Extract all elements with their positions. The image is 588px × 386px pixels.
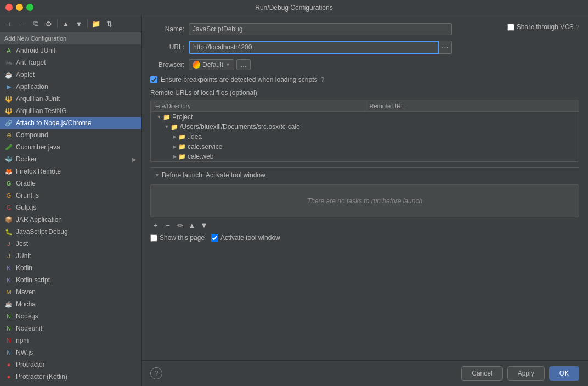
- url-input[interactable]: [189, 41, 439, 54]
- nodejs-icon: N: [4, 312, 13, 321]
- mocha-icon: ☕: [4, 300, 13, 309]
- sidebar-item-gulp-js[interactable]: G Gulp.js: [0, 202, 141, 214]
- content-form: Name: Share through VCS ? URL: ⋯ B: [142, 15, 588, 360]
- name-input[interactable]: [189, 23, 452, 35]
- sidebar-item-attach-nodejs[interactable]: 🔗 Attach to Node.js/Chrome: [0, 117, 141, 129]
- vcs-checkbox[interactable]: [507, 24, 514, 31]
- minimize-button[interactable]: [16, 4, 23, 11]
- kotlin-icon: K: [4, 264, 13, 272]
- cancel-button[interactable]: Cancel: [461, 366, 502, 381]
- content-panel: Name: Share through VCS ? URL: ⋯ B: [142, 15, 588, 386]
- gulp-icon: G: [4, 203, 13, 212]
- show-page-label: Show this page: [160, 234, 205, 242]
- sidebar-item-docker[interactable]: 🐳 Docker ▶: [0, 153, 141, 165]
- tree-row-path[interactable]: ▼ 📁 /Users/bluexiii/Documents/src.osx/tc…: [151, 122, 579, 132]
- sidebar-item-protractor-kotlin[interactable]: ● Protractor (Kotlin): [0, 371, 141, 383]
- file-col-header: File/Directory: [151, 100, 365, 111]
- sidebar-list: A Android JUnit 🐜 Ant Target ☕ Applet ▶ …: [0, 44, 141, 386]
- tree-row-cale-web[interactable]: ▶ 📁 cale.web: [151, 152, 579, 161]
- sidebar-item-android-junit[interactable]: A Android JUnit: [0, 44, 141, 57]
- vcs-help-icon: ?: [576, 24, 579, 30]
- sidebar-item-react-native[interactable]: ⚛ React Native: [0, 383, 141, 386]
- path-expand-arrow[interactable]: ▼: [163, 124, 171, 130]
- launch-remove-button[interactable]: −: [162, 220, 173, 231]
- sidebar-item-mocha[interactable]: ☕ Mocha: [0, 298, 141, 310]
- remote-urls-label: Remote URLs of local files (optional):: [150, 89, 579, 97]
- attach-nodejs-icon: 🔗: [4, 119, 13, 127]
- path-folder-icon: 📁: [171, 124, 178, 131]
- help-button[interactable]: ?: [150, 367, 162, 379]
- before-launch-header[interactable]: ▼ Before launch: Activate tool window: [150, 167, 579, 182]
- sidebar-item-arquillian-testng[interactable]: 🔱 Arquillian TestNG: [0, 105, 141, 117]
- idea-expand-arrow[interactable]: ▶: [171, 134, 178, 139]
- browser-more-button[interactable]: …: [236, 59, 251, 70]
- sidebar-item-grunt-js[interactable]: G Grunt.js: [0, 189, 141, 202]
- vcs-label: Share through VCS: [517, 23, 574, 31]
- activate-window-checkbox[interactable]: [211, 234, 218, 242]
- sidebar-item-nwjs[interactable]: N NW.js: [0, 346, 141, 359]
- folder-button[interactable]: 📁: [90, 18, 102, 30]
- tree-row-project[interactable]: ▼ 📁 Project: [151, 112, 579, 122]
- ok-button[interactable]: OK: [549, 366, 579, 381]
- action-buttons: Cancel Apply OK: [461, 366, 579, 381]
- sidebar-item-javascript-debug[interactable]: 🐛 JavaScript Debug: [0, 226, 141, 238]
- sidebar-item-arquillian-junit[interactable]: 🔱 Arquillian JUnit: [0, 93, 141, 105]
- sidebar-item-junit[interactable]: J JUnit: [0, 250, 141, 262]
- url-browse-button[interactable]: ⋯: [439, 41, 452, 54]
- sidebar-item-applet[interactable]: ☕ Applet: [0, 69, 141, 81]
- kotlin-script-icon: K: [4, 276, 13, 284]
- sidebar-item-compound[interactable]: ⊕ Compound: [0, 129, 141, 141]
- tree-row-idea[interactable]: ▶ 📁 .idea: [151, 132, 579, 142]
- sidebar-item-maven[interactable]: M Maven: [0, 286, 141, 298]
- cale-service-expand-arrow[interactable]: ▶: [171, 144, 178, 149]
- android-icon: A: [4, 46, 13, 55]
- sidebar-item-nodeunit[interactable]: N Nodeunit: [0, 322, 141, 334]
- javascript-debug-icon: 🐛: [4, 227, 13, 236]
- launch-add-button[interactable]: +: [150, 220, 161, 231]
- move-down-button[interactable]: ▼: [73, 18, 85, 30]
- sidebar-item-kotlin-script[interactable]: K Kotlin script: [0, 274, 141, 286]
- move-up-button[interactable]: ▲: [60, 18, 72, 30]
- window-controls: [5, 4, 33, 11]
- sidebar-item-protractor[interactable]: ● Protractor: [0, 359, 141, 371]
- apply-button[interactable]: Apply: [507, 366, 545, 381]
- file-table-body: ▼ 📁 Project ▼ 📁 /Users/bluexiii/Document…: [151, 112, 579, 161]
- sidebar-item-cucumber-java[interactable]: 🥒 Cucumber java: [0, 141, 141, 153]
- launch-edit-button[interactable]: ✏: [174, 220, 185, 231]
- launch-move-down-button[interactable]: ▼: [199, 220, 210, 231]
- show-page-checkbox[interactable]: [150, 234, 157, 242]
- launch-move-up-button[interactable]: ▲: [186, 220, 197, 231]
- settings-button[interactable]: ⚙: [43, 18, 55, 30]
- sidebar-item-jest[interactable]: J Jest: [0, 238, 141, 250]
- firefox-icon: 🦊: [4, 167, 13, 176]
- toolbar-divider2: [87, 19, 88, 28]
- maximize-button[interactable]: [26, 4, 33, 11]
- add-config-button[interactable]: +: [3, 18, 15, 30]
- toolbar-divider: [57, 19, 58, 28]
- arquillian-junit-icon: 🔱: [4, 94, 13, 103]
- sidebar-item-ant-target[interactable]: 🐜 Ant Target: [0, 57, 141, 69]
- project-expand-arrow[interactable]: ▼: [155, 114, 163, 120]
- browser-select[interactable]: Default ▼: [189, 59, 234, 70]
- sidebar-item-kotlin[interactable]: K Kotlin: [0, 262, 141, 274]
- sidebar-item-application[interactable]: ▶ Application: [0, 81, 141, 93]
- url-row: URL: ⋯: [150, 41, 579, 54]
- before-launch-title: Before launch: Activate tool window: [162, 171, 265, 179]
- close-button[interactable]: [5, 4, 13, 11]
- cale-web-expand-arrow[interactable]: ▶: [171, 154, 178, 159]
- cucumber-icon: 🥒: [4, 143, 13, 152]
- file-table: File/Directory Remote URL ▼ 📁 Project ▼: [150, 100, 579, 162]
- sidebar-item-npm[interactable]: N npm: [0, 334, 141, 346]
- sidebar-item-jar-application[interactable]: 📦 JAR Application: [0, 214, 141, 226]
- docker-submenu-arrow: ▶: [132, 156, 137, 163]
- ensure-breakpoints-checkbox[interactable]: [150, 76, 157, 83]
- sidebar-item-firefox-remote[interactable]: 🦊 Firefox Remote: [0, 165, 141, 177]
- tree-row-cale-service[interactable]: ▶ 📁 cale.service: [151, 142, 579, 152]
- sidebar-item-nodejs[interactable]: N Node.js: [0, 310, 141, 322]
- sidebar-item-gradle[interactable]: G Gradle: [0, 177, 141, 189]
- browser-dropdown-arrow: ▼: [225, 62, 230, 68]
- sort-button[interactable]: ⇅: [103, 18, 115, 30]
- applet-icon: ☕: [4, 70, 13, 79]
- remove-config-button[interactable]: −: [16, 18, 29, 30]
- copy-config-button[interactable]: ⧉: [30, 18, 42, 30]
